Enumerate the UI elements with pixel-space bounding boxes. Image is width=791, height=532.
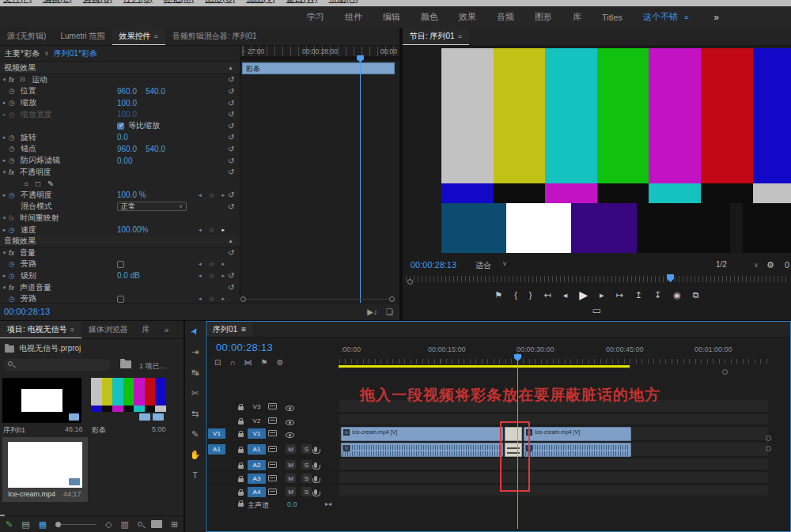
pen-tool-icon[interactable]: ✎ bbox=[191, 429, 199, 440]
value-x[interactable]: 960.0 bbox=[117, 145, 137, 153]
panel-menu-icon[interactable]: ≡ bbox=[458, 32, 462, 40]
tab-audio-clip-mixer[interactable]: 音频剪辑混合器: 序列01 bbox=[165, 28, 264, 45]
mark-in-icon[interactable]: { bbox=[514, 290, 517, 300]
lock-icon[interactable] bbox=[238, 489, 244, 497]
fit-dropdown[interactable]: 适合∨ bbox=[475, 260, 507, 271]
voiceover-mic-icon[interactable] bbox=[314, 445, 317, 454]
stopwatch-icon[interactable]: ◷ bbox=[9, 260, 21, 268]
effect-label[interactable]: 音量 bbox=[20, 247, 36, 258]
item-name[interactable]: Ice-cream.mp4 bbox=[8, 490, 55, 498]
source-patch-a1[interactable]: A1 bbox=[208, 444, 225, 455]
work-area-bar[interactable] bbox=[339, 365, 630, 368]
collapse-icon[interactable]: ▲ bbox=[228, 238, 233, 243]
reset-icon[interactable]: ↺ bbox=[228, 133, 234, 141]
new-bin-icon[interactable] bbox=[151, 520, 162, 528]
reset-icon[interactable]: ↺ bbox=[228, 283, 234, 292]
kf-prev-icon[interactable]: ◂ bbox=[199, 261, 202, 267]
timeline-settings-wrench-icon[interactable]: ⚙ bbox=[277, 358, 284, 367]
mute-button[interactable]: M bbox=[286, 444, 296, 454]
stopwatch-icon[interactable]: ◷ bbox=[9, 191, 21, 199]
stopwatch-icon[interactable]: ◷ bbox=[9, 226, 21, 234]
track-lane[interactable] bbox=[339, 414, 768, 425]
lock-icon[interactable] bbox=[238, 430, 244, 439]
kf-next-icon[interactable]: ▸ bbox=[221, 227, 225, 233]
scrollbar-handle[interactable] bbox=[722, 369, 728, 375]
reset-icon[interactable]: ↺ bbox=[228, 87, 234, 96]
track-name[interactable]: A3 bbox=[248, 474, 266, 484]
track-select-tool-icon[interactable]: ⇥ bbox=[191, 347, 199, 357]
twirl-icon[interactable]: ▾ bbox=[0, 250, 9, 256]
blend-mode-dropdown[interactable]: 正常∨ bbox=[117, 202, 187, 211]
menu-sequence[interactable]: 序列(S) bbox=[123, 0, 153, 5]
sync-lock-icon[interactable] bbox=[268, 462, 277, 468]
export-frame-icon[interactable]: ◉ bbox=[673, 290, 681, 300]
track-name[interactable]: V1 bbox=[248, 428, 266, 439]
search-input[interactable] bbox=[3, 359, 111, 371]
source-patch-v1[interactable]: V1 bbox=[208, 428, 225, 439]
twirl-icon[interactable]: ▸ bbox=[0, 192, 9, 198]
bin-folder-icon[interactable] bbox=[120, 360, 131, 368]
audio-clip[interactable]: fx bbox=[341, 443, 503, 457]
list-view-icon[interactable]: ▤ bbox=[21, 519, 29, 530]
reset-icon[interactable]: ↺ bbox=[228, 157, 234, 165]
linked-selection-icon[interactable]: ⋈ bbox=[244, 358, 252, 367]
sequence-clip-label[interactable]: 序列01*彩条 bbox=[54, 48, 97, 59]
sync-lock-icon[interactable] bbox=[268, 417, 277, 424]
goto-out-icon[interactable]: ↦ bbox=[616, 290, 623, 300]
workspace-tab-assembly[interactable]: 组件 bbox=[345, 11, 362, 23]
menu-file[interactable]: 文件(F) bbox=[3, 0, 32, 5]
automate-to-sequence-icon[interactable]: ▥ bbox=[121, 519, 129, 530]
track-name[interactable]: V2 bbox=[248, 416, 266, 426]
master-track-label[interactable]: 主声道 bbox=[248, 500, 269, 511]
track-name[interactable]: A1 bbox=[248, 444, 266, 455]
value-x[interactable]: 960.0 bbox=[117, 87, 137, 96]
reset-icon[interactable]: ↺ bbox=[228, 248, 234, 257]
twirl-icon[interactable]: ▸ bbox=[0, 157, 9, 164]
chevron-down-icon[interactable]: ∨ bbox=[44, 50, 49, 57]
tab-libraries[interactable]: 库 bbox=[135, 321, 157, 338]
menu-clip[interactable]: 剪辑(C) bbox=[83, 0, 112, 5]
kf-prev-icon[interactable]: ◂ bbox=[199, 273, 202, 279]
workspace-tab-titles[interactable]: Titles bbox=[602, 13, 623, 22]
value[interactable]: 100.00% bbox=[117, 225, 148, 234]
menu-help[interactable]: 帮助(H) bbox=[328, 0, 358, 5]
effect-label[interactable]: 运动 bbox=[32, 74, 47, 85]
twirl-icon[interactable]: ▸ bbox=[0, 134, 9, 141]
thumbnail[interactable] bbox=[8, 442, 82, 488]
twirl-icon[interactable]: ▸ bbox=[0, 227, 9, 233]
panel-menu-icon[interactable]: ≡ bbox=[154, 32, 158, 40]
tab-effect-controls[interactable]: 效果控件≡ bbox=[112, 28, 165, 45]
twirl-icon[interactable]: ▾ bbox=[0, 169, 9, 175]
mini-clip-bar[interactable]: 彩条 bbox=[242, 62, 395, 74]
twirl-icon[interactable]: ▾ bbox=[0, 285, 9, 291]
voiceover-mic-icon[interactable] bbox=[314, 461, 317, 470]
sync-lock-icon[interactable] bbox=[268, 475, 277, 481]
timeline-ruler[interactable]: :00:00 00:00:15:00 00:00:30:00 00:00:45:… bbox=[339, 341, 768, 364]
audio-clip[interactable]: fx bbox=[524, 443, 631, 457]
snap-icon[interactable]: ∩ bbox=[229, 358, 235, 367]
track-output-eye-icon[interactable] bbox=[286, 404, 294, 413]
kf-prev-icon[interactable]: ◂ bbox=[199, 192, 202, 198]
track-resize-handle[interactable] bbox=[766, 436, 771, 441]
uniform-scale-checkbox[interactable] bbox=[117, 123, 124, 130]
voiceover-mic-icon[interactable] bbox=[314, 474, 317, 483]
comparison-view-icon[interactable]: ⧉ bbox=[693, 290, 699, 300]
track-lane[interactable] bbox=[339, 485, 768, 496]
fx-icon[interactable]: fx bbox=[9, 249, 20, 257]
lock-icon[interactable] bbox=[238, 446, 244, 455]
reset-icon[interactable]: ↺ bbox=[228, 271, 234, 280]
reset-icon[interactable]: ↺ bbox=[228, 145, 234, 153]
track-lane[interactable] bbox=[339, 472, 768, 484]
bypass-checkbox[interactable] bbox=[117, 261, 124, 268]
solo-button[interactable]: S bbox=[301, 460, 312, 470]
add-marker-icon[interactable]: ⚑ bbox=[261, 358, 268, 367]
sync-lock-icon[interactable] bbox=[268, 446, 277, 452]
workspace-tab-effects[interactable]: 效果 bbox=[459, 11, 476, 23]
settings-wrench-icon[interactable]: ⚙ bbox=[766, 260, 774, 270]
item-name[interactable]: 序列01 bbox=[3, 425, 25, 436]
reset-icon[interactable]: ↺ bbox=[228, 168, 234, 176]
playhead-head[interactable] bbox=[357, 55, 364, 62]
monitor-scrubber[interactable] bbox=[406, 274, 788, 284]
master-volume-value[interactable]: 0.0 bbox=[287, 500, 297, 508]
new-item-icon[interactable]: ⊞ bbox=[171, 519, 178, 530]
